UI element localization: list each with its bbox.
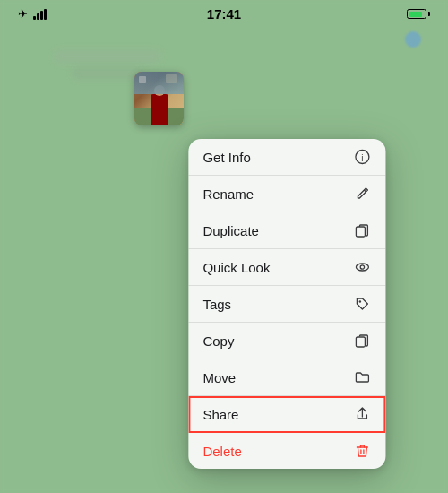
menu-item-rename-label: Rename <box>202 186 254 202</box>
svg-point-5 <box>359 300 361 302</box>
content-wrapper: Get Info i Rename Duplicate <box>0 0 448 493</box>
context-menu: Get Info i Rename Duplicate <box>188 139 385 469</box>
menu-item-quick-look[interactable]: Quick Look <box>188 249 385 286</box>
airplane-icon: ✈ <box>18 7 28 21</box>
menu-item-duplicate-label: Duplicate <box>202 223 259 238</box>
eye-icon <box>353 258 371 276</box>
pencil-icon <box>353 185 371 203</box>
menu-item-copy[interactable]: Copy <box>188 323 385 359</box>
trash-icon <box>353 442 371 460</box>
svg-point-4 <box>360 265 364 269</box>
share-icon <box>353 405 371 423</box>
menu-item-rename[interactable]: Rename <box>188 176 385 212</box>
photo-thumbnail <box>134 72 184 125</box>
menu-item-duplicate[interactable]: Duplicate <box>188 212 385 249</box>
duplicate-icon <box>353 221 371 239</box>
menu-item-move-label: Move <box>202 370 236 385</box>
status-left: ✈ <box>18 7 47 21</box>
status-right <box>407 9 430 19</box>
menu-item-get-info[interactable]: Get Info i <box>188 139 385 176</box>
photo-thumb-inner <box>134 72 184 125</box>
file-thumbnail-area <box>134 72 184 125</box>
menu-item-tags[interactable]: Tags <box>188 286 385 323</box>
svg-text:i: i <box>361 153 363 163</box>
info-circle-icon: i <box>353 148 371 166</box>
menu-item-copy-label: Copy <box>202 333 234 349</box>
folder-icon <box>353 368 371 386</box>
copy-icon <box>353 332 371 350</box>
tag-icon <box>353 295 371 313</box>
battery-icon <box>407 9 430 19</box>
menu-item-tags-label: Tags <box>202 297 231 312</box>
status-bar: ✈ 17:41 <box>0 0 448 24</box>
svg-rect-6 <box>356 337 365 347</box>
status-time: 17:41 <box>207 6 241 22</box>
menu-item-share-label: Share <box>202 407 238 422</box>
menu-item-quick-look-label: Quick Look <box>202 260 270 275</box>
svg-rect-2 <box>356 227 365 237</box>
menu-item-share[interactable]: Share <box>188 396 385 433</box>
menu-item-move[interactable]: Move <box>188 359 385 396</box>
signal-icon <box>33 9 47 20</box>
menu-item-delete-label: Delete <box>202 444 241 459</box>
menu-item-delete[interactable]: Delete <box>188 433 385 469</box>
menu-item-get-info-label: Get Info <box>202 150 250 165</box>
